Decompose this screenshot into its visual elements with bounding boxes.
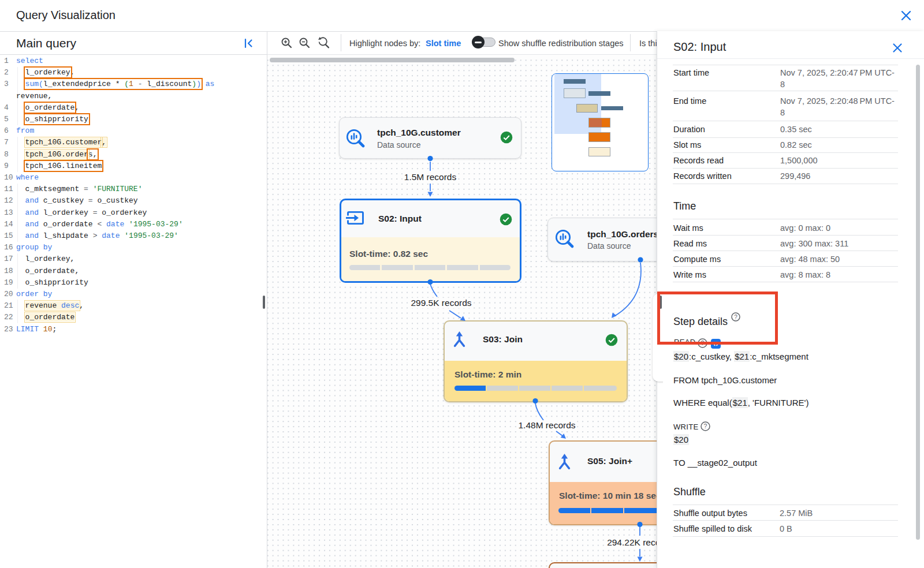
svg-text:?: ? — [704, 423, 707, 429]
